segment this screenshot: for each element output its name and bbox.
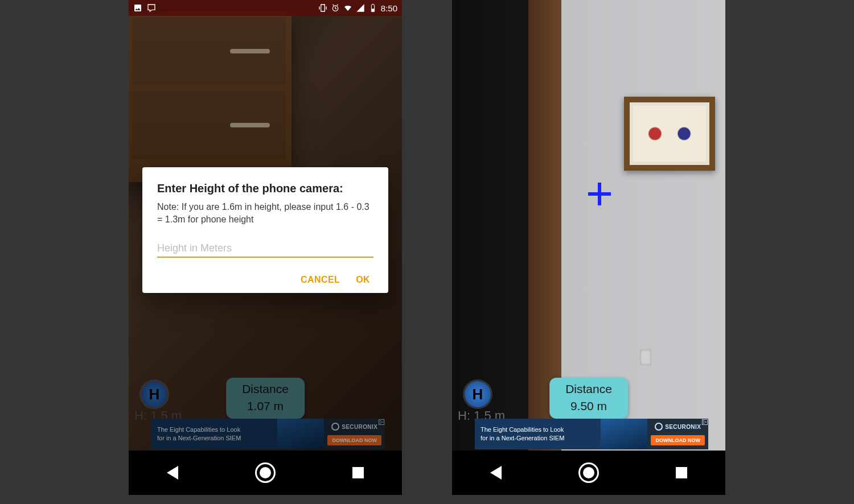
cancel-button[interactable]: CANCEL xyxy=(301,275,340,285)
cast-icon xyxy=(147,3,156,13)
svg-rect-1 xyxy=(372,9,374,11)
scene-picture-frame xyxy=(624,97,715,171)
home-button[interactable] xyxy=(255,462,276,483)
image-icon xyxy=(133,3,142,13)
ad-banner[interactable]: The Eight Capabilities to Look for in a … xyxy=(475,419,708,449)
height-badge-letter: H xyxy=(473,386,483,403)
android-nav-bar xyxy=(129,451,402,495)
android-nav-bar xyxy=(452,451,725,495)
ad-brand: SECURONIX xyxy=(655,423,701,431)
clock-text: 8:50 xyxy=(381,3,397,13)
recents-button[interactable] xyxy=(352,467,364,478)
distance-card: Distance 9.50 m xyxy=(549,378,628,419)
wifi-icon xyxy=(343,3,352,13)
height-badge[interactable]: H xyxy=(465,381,491,407)
ok-button[interactable]: OK xyxy=(356,275,370,285)
vibrate-icon xyxy=(318,3,327,13)
home-button[interactable] xyxy=(578,462,599,483)
ad-line-2: for in a Next-Generation SIEM xyxy=(481,434,595,443)
ad-info-icon[interactable]: ▷ xyxy=(702,419,708,425)
distance-label: Distance xyxy=(565,382,612,396)
alarm-icon xyxy=(331,3,340,13)
ad-image xyxy=(601,419,647,449)
phone-screenshot-left: 8:50 H H: 1.5 m Distance 1.07 m The Eigh… xyxy=(129,0,402,495)
signal-icon xyxy=(356,3,365,13)
ad-line-1: The Eight Capabilities to Look xyxy=(481,425,595,434)
dialog-title: Enter Height of the phone camera: xyxy=(157,182,373,195)
crosshair-icon xyxy=(588,183,611,205)
height-input[interactable] xyxy=(157,242,373,258)
height-input-dialog: Enter Height of the phone camera: Note: … xyxy=(142,167,388,293)
status-bar: 8:50 xyxy=(129,0,402,16)
battery-icon xyxy=(368,3,377,13)
recents-button[interactable] xyxy=(676,467,687,478)
back-button[interactable] xyxy=(167,466,178,480)
phone-screenshot-right: H H: 1.5 m Distance 9.50 m The Eight Cap… xyxy=(452,0,725,495)
dialog-note: Note: If you are 1.6m in height, please … xyxy=(157,201,373,226)
distance-value: 9.50 m xyxy=(565,399,612,413)
back-button[interactable] xyxy=(490,466,502,480)
ad-cta-button[interactable]: DOWNLOAD NOW xyxy=(651,435,705,445)
